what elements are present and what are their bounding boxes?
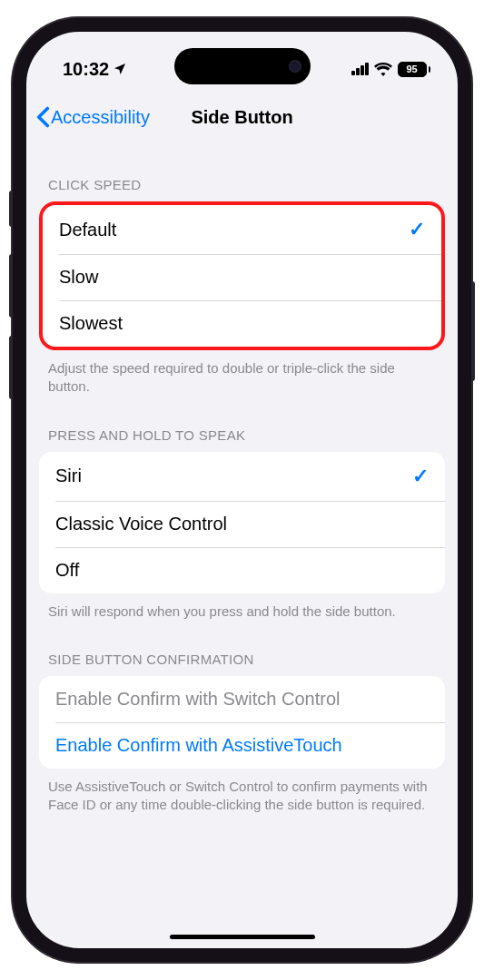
section-header-confirmation: SIDE BUTTON CONFIRMATION — [26, 621, 458, 676]
row-label: Enable Confirm with Switch Control — [55, 689, 340, 710]
wifi-icon — [374, 63, 392, 76]
cell-signal-icon — [351, 63, 369, 75]
section-header-click-speed: CLICK SPEED — [26, 139, 458, 201]
page-title: Side Button — [26, 107, 458, 128]
press-hold-group: Siri ✓ Classic Voice Control Off — [39, 452, 445, 593]
home-indicator[interactable] — [170, 935, 315, 939]
row-label: Slow — [59, 267, 98, 288]
checkmark-icon: ✓ — [412, 465, 429, 488]
row-label: Enable Confirm with AssistiveTouch — [55, 735, 342, 756]
section-header-press-hold: PRESS AND HOLD TO SPEAK — [26, 397, 458, 452]
press-hold-classic[interactable]: Classic Voice Control — [39, 501, 445, 547]
phone-frame: 10:32 95 Accessibility Side — [13, 18, 471, 962]
battery-icon: 95 — [398, 62, 431, 77]
click-speed-slow[interactable]: Slow — [43, 254, 441, 300]
confirmation-group: Enable Confirm with Switch Control Enabl… — [39, 676, 445, 769]
navigation-bar: Accessibility Side Button — [26, 95, 458, 139]
press-hold-siri[interactable]: Siri ✓ — [39, 452, 445, 501]
click-speed-group: Default ✓ Slow Slowest — [39, 201, 445, 350]
press-hold-off[interactable]: Off — [39, 547, 445, 593]
battery-level: 95 — [406, 64, 417, 74]
checkmark-icon: ✓ — [409, 218, 425, 241]
row-label: Siri — [55, 466, 82, 486]
click-speed-footer: Adjust the speed required to double or t… — [26, 350, 458, 397]
row-label: Classic Voice Control — [55, 514, 227, 534]
status-time: 10:32 — [63, 59, 109, 80]
confirmation-footer: Use AssistiveTouch or Switch Control to … — [26, 769, 458, 815]
screen: 10:32 95 Accessibility Side — [26, 32, 458, 948]
dynamic-island — [174, 48, 311, 84]
row-label: Slowest — [59, 313, 123, 334]
click-speed-slowest[interactable]: Slowest — [43, 300, 441, 347]
row-label: Off — [55, 560, 79, 581]
confirm-switch-control: Enable Confirm with Switch Control — [39, 676, 445, 722]
press-hold-footer: Siri will respond when you press and hol… — [26, 593, 458, 621]
confirm-assistivetouch[interactable]: Enable Confirm with AssistiveTouch — [39, 722, 445, 769]
click-speed-default[interactable]: Default ✓ — [43, 205, 441, 254]
location-icon — [113, 62, 127, 76]
row-label: Default — [59, 220, 116, 240]
